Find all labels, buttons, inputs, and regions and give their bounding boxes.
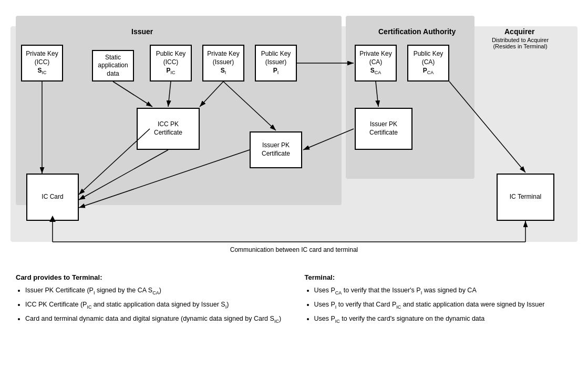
public-key-icc-box: Public Key(ICC)PIC <box>150 45 192 81</box>
ic-card-box: IC Card <box>26 174 79 221</box>
comm-line-label: Communication between IC card and termin… <box>11 246 577 253</box>
issuer-pk-cert-ca-box: Issuer PKCertificate <box>355 108 412 150</box>
notes-right-title: Terminal: <box>305 273 573 281</box>
static-app-data-box: Staticapplicationdata <box>92 50 134 81</box>
acquirer-title: Acquirer <box>504 27 535 36</box>
notes-right-col: Terminal: Uses PCA to verify that the Is… <box>305 273 573 328</box>
notes-right-item-1: Uses PCA to verify that the Issuer's PI … <box>314 286 573 297</box>
issuer-pk-cert-issuer-box: Issuer PKCertificate <box>250 131 302 168</box>
private-key-icc-box: Private Key(ICC)SIC <box>21 45 63 81</box>
icc-pk-cert-box: ICC PKCertificate <box>137 108 200 150</box>
public-key-issuer-box: Public Key(Issuer)PI <box>255 45 297 81</box>
notes-left-item-2: ICC PK Certificate (PIC and static appli… <box>25 300 284 311</box>
acquirer-subtitle: Distributed to Acquirer(Resides in Termi… <box>481 37 560 49</box>
notes-left-item-3: Card and terminal dynamic data and digit… <box>25 314 284 325</box>
notes-section: Card provides to Terminal: Issuer PK Cer… <box>11 273 577 328</box>
notes-left-list: Issuer PK Certificate (PI signed by the … <box>16 286 284 325</box>
notes-left-col: Card provides to Terminal: Issuer PK Cer… <box>16 273 284 328</box>
private-key-issuer-box: Private Key(Issuer)SI <box>202 45 244 81</box>
ca-bg <box>346 16 474 179</box>
notes-right-item-3: Uses PIC to verify the card's signature … <box>314 314 573 325</box>
notes-right-list: Uses PCA to verify that the Issuer's PI … <box>305 286 573 325</box>
notes-left-title: Card provides to Terminal: <box>16 273 284 281</box>
diagram: Issuer Certification Authority Acquirer … <box>11 11 577 258</box>
private-key-ca-box: Private Key(CA)SCA <box>355 45 397 81</box>
ic-terminal-box: IC Terminal <box>497 174 554 221</box>
notes-right-item-2: Uses PI to verify that Card PIC and stat… <box>314 300 573 311</box>
issuer-title: Issuer <box>131 27 153 36</box>
public-key-ca-box: Public Key(CA)PCA <box>407 45 449 81</box>
notes-left-item-1: Issuer PK Certificate (PI signed by the … <box>25 286 284 297</box>
ca-title: Certification Authority <box>378 27 456 36</box>
